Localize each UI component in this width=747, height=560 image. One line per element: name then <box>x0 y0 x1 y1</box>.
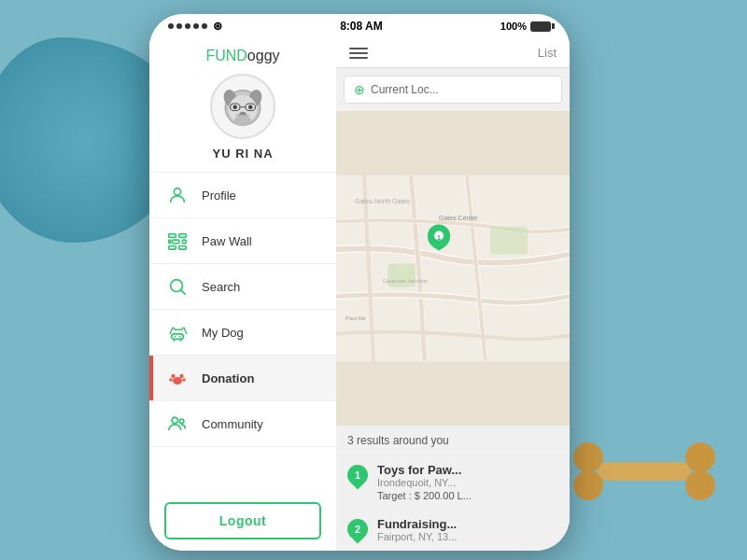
dot-3 <box>185 23 190 29</box>
svg-point-3 <box>685 442 715 472</box>
svg-point-1 <box>573 442 603 472</box>
svg-point-16 <box>234 115 251 126</box>
svg-point-14 <box>248 105 253 110</box>
menu-item-donation[interactable]: Donation <box>149 356 336 401</box>
results-count-text: 3 results around you <box>347 434 449 447</box>
menu-item-profile[interactable]: Profile <box>149 173 336 218</box>
avatar <box>210 74 275 139</box>
svg-point-19 <box>174 189 180 195</box>
paw-wall-label: Paw Wall <box>202 234 252 248</box>
svg-point-40 <box>179 419 184 424</box>
status-bar: ⊛ 8:08 AM 100% <box>149 14 570 38</box>
svg-text:1: 1 <box>437 233 442 242</box>
drawer-header: FUNDoggy <box>149 38 336 173</box>
bg-bone-right <box>560 439 728 504</box>
svg-point-4 <box>685 470 715 500</box>
location-bar[interactable]: ⊕ Current Loc... <box>344 76 562 104</box>
app-content: FUNDoggy <box>149 38 570 551</box>
svg-rect-29 <box>172 334 184 340</box>
svg-rect-20 <box>169 234 176 238</box>
result-marker-1: 1 <box>343 460 372 489</box>
community-icon <box>164 411 190 437</box>
battery-area: 100% <box>500 21 551 32</box>
wall-icon <box>164 228 190 254</box>
result-info-2: Fundraising... Fairport, NY, 13... <box>377 517 558 542</box>
result-subtitle-1: Irondequoit, NY... <box>377 477 558 488</box>
profile-icon <box>164 182 190 208</box>
search-icon <box>164 273 190 300</box>
map-svg: 1 Gates-North Gates Gates Center Genesee… <box>336 111 570 426</box>
svg-rect-23 <box>183 240 187 244</box>
hamburger-line-2 <box>349 52 368 54</box>
location-text: Current Loc... <box>371 83 439 96</box>
svg-rect-25 <box>169 246 176 250</box>
dot-2 <box>176 23 182 29</box>
svg-point-38 <box>182 378 186 382</box>
hamburger-button[interactable] <box>349 48 368 59</box>
result-title-1: Toys for Paw... <box>377 463 558 477</box>
svg-point-13 <box>233 105 238 110</box>
results-count: 3 results around you <box>336 426 570 455</box>
svg-rect-24 <box>169 240 171 244</box>
svg-point-34 <box>173 377 182 385</box>
right-topbar: List <box>336 38 570 68</box>
hamburger-line-1 <box>349 48 368 49</box>
result-info-1: Toys for Paw... Irondequoit, NY... Targe… <box>377 463 558 501</box>
status-time: 8:08 AM <box>340 20 383 33</box>
svg-text:Genesee Junction: Genesee Junction <box>383 278 428 284</box>
battery-percent: 100% <box>500 21 527 32</box>
svg-text:Gates-North Gates: Gates-North Gates <box>355 198 410 204</box>
dot-1 <box>168 23 174 29</box>
search-label: Search <box>202 280 240 294</box>
result-subtitle-2: Fairport, NY, 13... <box>377 531 558 542</box>
map-area: 1 Gates-North Gates Gates Center Genesee… <box>336 111 570 426</box>
svg-point-2 <box>573 470 603 500</box>
dot-4 <box>193 23 199 29</box>
svg-point-35 <box>171 374 175 378</box>
svg-rect-21 <box>179 234 186 238</box>
svg-line-28 <box>181 290 185 294</box>
result-item-1[interactable]: 1 Toys for Paw... Irondequoit, NY... Tar… <box>336 455 570 510</box>
list-tab[interactable]: List <box>538 46 557 60</box>
dog-illustration <box>215 78 271 134</box>
svg-text:Gates Center: Gates Center <box>439 215 478 221</box>
menu-item-search[interactable]: Search <box>149 264 336 310</box>
hamburger-line-3 <box>349 57 368 59</box>
svg-text:Paul Rd: Paul Rd <box>345 315 365 321</box>
location-icon: ⊕ <box>354 82 365 97</box>
result-marker-2: 2 <box>343 514 372 543</box>
menu-item-my-dog[interactable]: My Dog <box>149 310 336 356</box>
wifi-icon: ⊛ <box>213 20 222 33</box>
phone-frame: ⊛ 8:08 AM 100% FUNDoggy <box>149 14 570 551</box>
my-dog-label: My Dog <box>202 326 244 340</box>
signal-dots: ⊛ <box>168 20 222 33</box>
svg-point-33 <box>179 336 181 338</box>
dot-5 <box>202 23 207 29</box>
svg-rect-22 <box>173 240 179 244</box>
svg-rect-26 <box>179 246 186 250</box>
right-panel: List ⊕ Current Loc... <box>336 38 570 551</box>
svg-rect-42 <box>388 264 416 287</box>
donation-paw-icon <box>164 365 190 391</box>
logout-button[interactable]: Logout <box>164 502 321 539</box>
svg-point-36 <box>179 374 183 378</box>
svg-point-39 <box>172 417 177 423</box>
menu-items-list: Profile P <box>149 173 336 493</box>
dog-icon <box>164 319 190 345</box>
svg-rect-43 <box>490 227 528 255</box>
svg-point-37 <box>169 378 173 382</box>
battery-fill <box>531 22 550 31</box>
logo-oggy: oggy <box>247 48 280 63</box>
profile-label: Profile <box>202 189 236 203</box>
result-number-1: 1 <box>355 469 360 481</box>
drawer-menu: FUNDoggy <box>149 38 336 551</box>
result-target-1: Target : $ 200.00 L... <box>377 490 558 501</box>
app-logo: FUNDoggy <box>205 48 279 64</box>
community-label: Community <box>202 417 263 431</box>
menu-item-community[interactable]: Community <box>149 401 336 447</box>
result-title-2: Fundraising... <box>377 517 558 531</box>
result-item-2[interactable]: 2 Fundraising... Fairport, NY, 13... <box>336 510 570 551</box>
menu-item-paw-wall[interactable]: Paw Wall <box>149 218 336 264</box>
donation-label: Donation <box>202 371 254 385</box>
user-name: YU RI NA <box>212 147 273 161</box>
